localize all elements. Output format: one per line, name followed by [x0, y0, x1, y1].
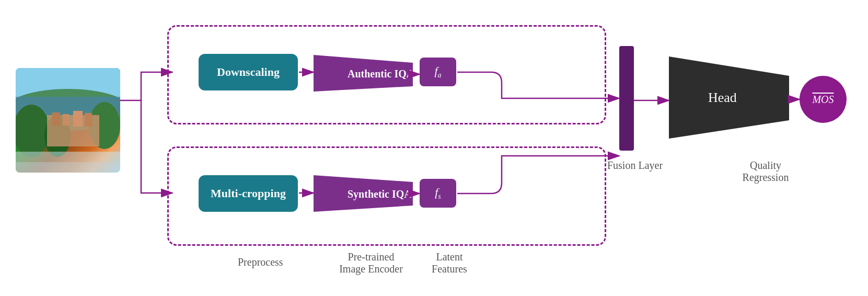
svg-rect-9 [73, 111, 83, 127]
svg-rect-12 [16, 162, 120, 173]
fusion-layer-label: Fusion Layer [604, 160, 666, 172]
svg-rect-7 [52, 112, 60, 126]
mos-label: MOS [812, 94, 834, 106]
head-shape [669, 56, 789, 139]
fa-box: fa [420, 58, 456, 86]
head-label: Head [708, 90, 737, 105]
quality-regression-label: QualityRegression [716, 160, 815, 184]
downscaling-label: Downscaling [217, 65, 280, 79]
multicrop-label: Multi-cropping [211, 187, 286, 200]
input-image [16, 68, 120, 173]
svg-rect-10 [85, 113, 92, 127]
diagram-container: Downscaling Multi-cropping fa fs MOS Pre… [0, 0, 868, 296]
fs-label: fs [435, 186, 441, 201]
arrow-top [120, 72, 172, 100]
fusion-rect [619, 46, 634, 151]
downscaling-box: Downscaling [199, 54, 298, 90]
encoder-label: Pre-trainedImage Encoder [329, 251, 413, 275]
preprocess-label: Preprocess [238, 256, 283, 268]
fa-label: fa [434, 64, 441, 79]
multicrop-box: Multi-cropping [199, 175, 298, 212]
latent-features-label: LatentFeatures [418, 251, 481, 275]
svg-rect-8 [63, 114, 69, 126]
mos-output: MOS [800, 76, 847, 123]
fs-box: fs [420, 179, 456, 208]
